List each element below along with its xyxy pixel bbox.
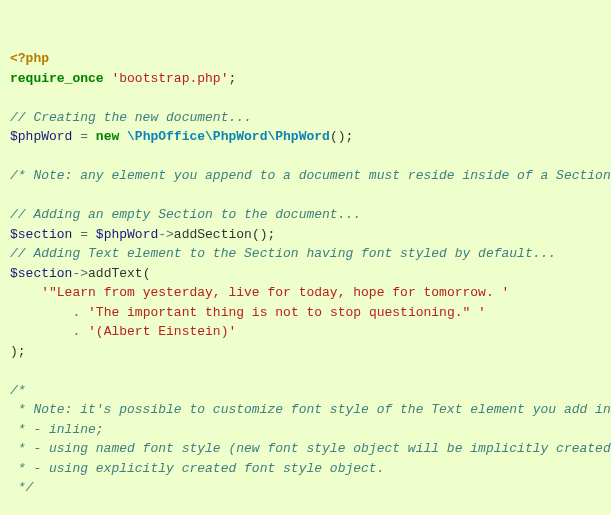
method-call: addSection [174,227,252,242]
comment: /* [10,383,26,398]
string: 'The important thing is not to stop ques… [88,305,486,320]
comment: */ [10,480,33,495]
comment: * - using explicitly created font style … [10,461,384,476]
string: 'bootstrap.php' [111,71,228,86]
comment: /* Note: any element you append to a doc… [10,168,611,183]
variable: $phpWord [10,129,72,144]
string: '"Learn from yesterday, live for today, … [41,285,509,300]
comment: * - inline; [10,422,104,437]
comment: * Note: it's possible to customize font … [10,402,611,417]
comment: // Adding an empty Section to the docume… [10,207,361,222]
comment: * - using named font style (new font sty… [10,441,611,456]
method-call: addText [88,266,143,281]
keyword-require: require_once [10,71,104,86]
code-block: <?php require_once 'bootstrap.php'; // C… [10,49,601,515]
variable: $section [10,266,72,281]
class-name: \PhpOffice\PhpWord\PhpWord [127,129,330,144]
variable: $section [10,227,72,242]
variable: $phpWord [96,227,158,242]
string: '(Albert Einstein)' [88,324,236,339]
php-open-tag: <?php [10,51,49,66]
comment: // Adding Text element to the Section ha… [10,246,556,261]
keyword-new: new [96,129,119,144]
comment: // Creating the new document... [10,110,252,125]
